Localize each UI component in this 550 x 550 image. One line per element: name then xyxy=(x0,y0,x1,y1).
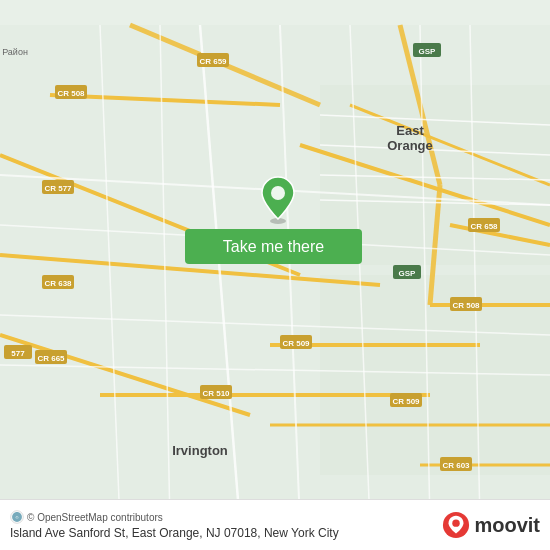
take-me-there-button[interactable]: Take me there xyxy=(185,229,362,264)
map-container: CR 659 CR 508 CR 577 CR 638 CR 665 CR 51… xyxy=(0,0,550,550)
svg-text:CR 509: CR 509 xyxy=(392,397,420,406)
osm-credit: © © OpenStreetMap contributors xyxy=(10,510,339,524)
svg-point-71 xyxy=(453,520,460,527)
osm-logo-icon: © xyxy=(10,510,24,524)
svg-text:GSP: GSP xyxy=(419,47,437,56)
svg-text:GSP: GSP xyxy=(399,269,417,278)
moovit-logo: moovit xyxy=(442,511,540,539)
svg-text:CR 665: CR 665 xyxy=(37,354,65,363)
svg-text:CR 577: CR 577 xyxy=(44,184,72,193)
svg-text:CR 603: CR 603 xyxy=(442,461,470,470)
svg-text:CR 508: CR 508 xyxy=(452,301,480,310)
svg-text:East: East xyxy=(396,123,424,138)
address-text: Island Ave Sanford St, East Orange, NJ 0… xyxy=(10,526,339,542)
osm-credit-text: © OpenStreetMap contributors xyxy=(27,512,163,523)
svg-text:577: 577 xyxy=(11,349,25,358)
location-pin xyxy=(258,175,298,215)
svg-text:Irvington: Irvington xyxy=(172,443,228,458)
bottom-info: © © OpenStreetMap contributors Island Av… xyxy=(10,508,339,542)
moovit-brand-text: moovit xyxy=(474,514,540,537)
svg-point-67 xyxy=(271,186,285,200)
svg-text:CR 638: CR 638 xyxy=(44,279,72,288)
svg-text:Orange: Orange xyxy=(387,138,433,153)
svg-text:CR 508: CR 508 xyxy=(57,89,85,98)
svg-text:CR 658: CR 658 xyxy=(470,222,498,231)
svg-text:Район: Район xyxy=(2,47,28,57)
moovit-icon xyxy=(442,511,470,539)
bottom-bar: © © OpenStreetMap contributors Island Av… xyxy=(0,499,550,550)
svg-text:CR 659: CR 659 xyxy=(199,57,227,66)
svg-text:CR 509: CR 509 xyxy=(282,339,310,348)
svg-text:CR 510: CR 510 xyxy=(202,389,230,398)
